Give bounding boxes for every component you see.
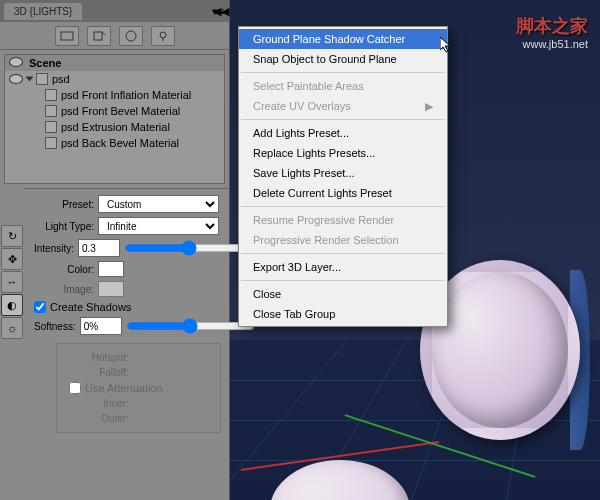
filter-toolbar: [0, 22, 229, 50]
inner-label: Inner:: [69, 398, 129, 409]
menu-item[interactable]: Snap Object to Ground Plane: [239, 49, 447, 69]
menu-item[interactable]: Delete Current Lights Preset: [239, 183, 447, 203]
svg-point-6: [186, 353, 198, 359]
point-light-tool[interactable]: ◐: [1, 294, 23, 316]
menu-item[interactable]: Replace Lights Presets...: [239, 143, 447, 163]
svg-point-3: [126, 31, 136, 41]
scene-item-label: psd: [52, 73, 70, 85]
outer-label: Outer:: [69, 413, 129, 424]
preset-label: Preset:: [34, 199, 94, 210]
scene-item-label: psd Front Inflation Material: [61, 89, 191, 101]
menu-item[interactable]: Close Tab Group: [239, 304, 447, 324]
watermark-title: 脚本之家: [516, 14, 588, 38]
light-properties: ↻ ✥ ↔ ◐ ☼ Preset: Custom Light Type: Inf…: [24, 188, 229, 441]
mesh-icon: [36, 73, 48, 85]
svg-line-7: [178, 356, 186, 392]
menu-item[interactable]: Export 3D Layer...: [239, 257, 447, 277]
tool-column: ↻ ✥ ↔ ◐ ☼: [0, 224, 24, 424]
visibility-toggle[interactable]: [9, 74, 23, 84]
svg-line-8: [198, 356, 206, 392]
intensity-label: Intensity:: [34, 243, 74, 254]
filter-mesh-button[interactable]: [87, 26, 111, 46]
attenuation-group: Hotspot: Falloff: Use Attenuation Inner:…: [56, 343, 221, 433]
light-rotate-tool[interactable]: ↻: [1, 225, 23, 247]
menu-separator: [241, 119, 445, 120]
hotspot-label: Hotspot:: [69, 352, 129, 363]
material-icon: [45, 137, 57, 149]
flyout-menu-icon[interactable]: ▾≡: [211, 4, 225, 18]
scene-tree[interactable]: Scene psd psd Front Inflation Materialps…: [4, 54, 225, 184]
visibility-icon: [9, 57, 23, 67]
watermark-url: www.jb51.net: [523, 38, 588, 50]
menu-item[interactable]: Save Lights Preset...: [239, 163, 447, 183]
scene-item-label: psd Front Bevel Material: [61, 105, 180, 117]
toggle-light-tool[interactable]: ☼: [1, 317, 23, 339]
material-icon: [45, 105, 57, 117]
create-shadows-label: Create Shadows: [50, 301, 131, 313]
expand-icon[interactable]: [26, 77, 34, 82]
light-type-label: Light Type:: [34, 221, 94, 232]
menu-item: Resume Progressive Render: [239, 210, 447, 230]
create-shadows-checkbox[interactable]: [34, 301, 46, 313]
image-swatch: [98, 281, 124, 297]
scene-row[interactable]: psd Front Bevel Material: [5, 103, 224, 119]
image-label: Image:: [34, 284, 94, 295]
panel-tab[interactable]: 3D {LIGHTS}: [4, 3, 82, 20]
3d-panel: 3D {LIGHTS} ◀◀ ▾≡ Scene psd psd Front In…: [0, 0, 230, 500]
use-attenuation-checkbox: [69, 382, 81, 394]
svg-rect-1: [94, 32, 102, 40]
intensity-input[interactable]: [78, 239, 120, 257]
color-swatch[interactable]: [98, 261, 124, 277]
scene-row[interactable]: psd Back Bevel Material: [5, 135, 224, 151]
light-slide-tool[interactable]: ↔: [1, 271, 23, 293]
panel-flyout-menu: Ground Plane Shadow CatcherSnap Object t…: [238, 26, 448, 327]
softness-input[interactable]: [80, 317, 122, 335]
svg-point-9: [178, 388, 206, 396]
menu-item[interactable]: Ground Plane Shadow Catcher: [239, 29, 447, 49]
light-cone-icon: [172, 348, 212, 398]
use-attenuation-label: Use Attenuation: [85, 382, 163, 394]
svg-point-4: [160, 32, 166, 38]
filter-light-button[interactable]: [151, 26, 175, 46]
filter-scene-button[interactable]: [55, 26, 79, 46]
scene-row-root[interactable]: psd: [5, 71, 224, 87]
scene-item-label: psd Extrusion Material: [61, 121, 170, 133]
color-label: Color:: [34, 264, 94, 275]
menu-item: Create UV Overlays▶: [239, 96, 447, 116]
scene-header-label: Scene: [29, 57, 61, 69]
filter-material-button[interactable]: [119, 26, 143, 46]
menu-separator: [241, 206, 445, 207]
panel-tab-bar: 3D {LIGHTS} ◀◀ ▾≡: [0, 0, 229, 22]
scene-header: Scene: [5, 55, 224, 71]
softness-slider[interactable]: [126, 319, 255, 333]
light-type-select[interactable]: Infinite: [98, 217, 219, 235]
svg-rect-0: [61, 32, 73, 40]
scene-row[interactable]: psd Extrusion Material: [5, 119, 224, 135]
material-icon: [45, 89, 57, 101]
falloff-label: Falloff:: [69, 367, 129, 378]
menu-item[interactable]: Close: [239, 284, 447, 304]
menu-item: Progressive Render Selection: [239, 230, 447, 250]
scene-item-label: psd Back Bevel Material: [61, 137, 179, 149]
menu-separator: [241, 280, 445, 281]
menu-separator: [241, 72, 445, 73]
scene-row[interactable]: psd Front Inflation Material: [5, 87, 224, 103]
intensity-slider[interactable]: [124, 241, 253, 255]
menu-item: Select Paintable Areas: [239, 76, 447, 96]
softness-label: Softness:: [34, 321, 76, 332]
light-pan-tool[interactable]: ✥: [1, 248, 23, 270]
submenu-arrow-icon: ▶: [425, 100, 433, 113]
preset-select[interactable]: Custom: [98, 195, 219, 213]
menu-item[interactable]: Add Lights Preset...: [239, 123, 447, 143]
material-icon: [45, 121, 57, 133]
menu-separator: [241, 253, 445, 254]
